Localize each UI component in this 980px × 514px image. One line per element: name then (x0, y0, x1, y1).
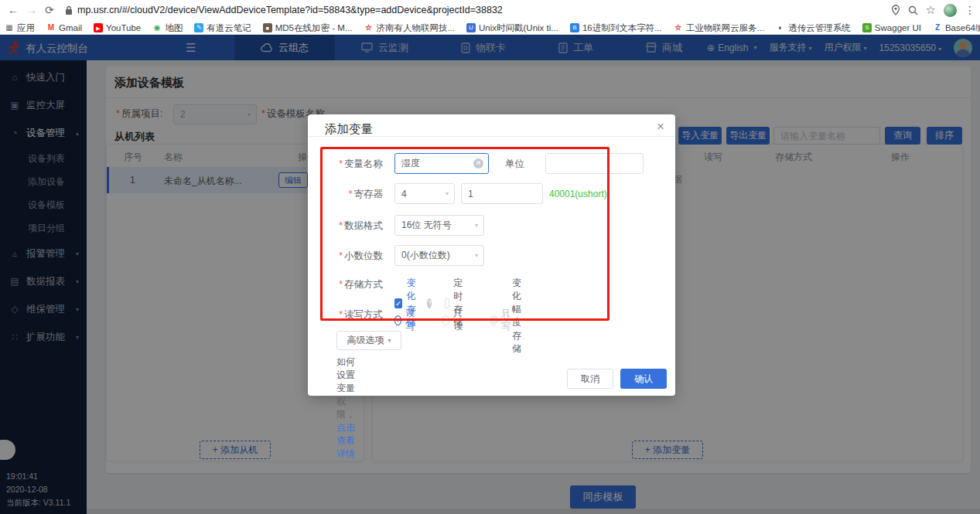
annotation-rect (320, 147, 610, 321)
back-icon[interactable]: ← (8, 4, 19, 16)
modal-title: 添加变量 (325, 121, 373, 138)
lock-icon[interactable] (65, 5, 73, 15)
bookmark-cloud-mgmt[interactable]: ◐透传云管理系统 (776, 22, 851, 34)
cancel-button[interactable]: 取消 (567, 369, 613, 389)
bookmark-iiot-cloud[interactable]: ☆工业物联网云服务... (674, 22, 765, 34)
bookmark-hex-text[interactable]: B16进制到文本字符... (570, 22, 662, 34)
hex-tool-icon: B (570, 23, 579, 32)
forward-icon[interactable]: → (26, 4, 37, 16)
bookmark-gmail[interactable]: MGmail (46, 23, 82, 32)
location-pin-icon[interactable] (891, 5, 900, 15)
youdao-note-icon: ✎ (194, 23, 203, 32)
bookmark-swagger[interactable]: SSwagger UI (862, 23, 921, 32)
youtube-icon: ▶ (94, 23, 103, 32)
advanced-options-button[interactable]: 高级选项▾ (336, 331, 401, 350)
profile-avatar[interactable] (944, 4, 957, 17)
confirm-button[interactable]: 确认 (620, 369, 667, 389)
view-details-link[interactable]: 点击查看详情 (336, 422, 355, 459)
bookmark-usr-tech[interactable]: ☆济南有人物联网技... (364, 22, 455, 34)
bookmark-unix-time[interactable]: UUnix时间戳(Unix ti... (466, 22, 558, 34)
close-icon[interactable]: × (657, 119, 664, 134)
url-text[interactable]: mp.usr.cn/#/cloudV2/device/ViewAddDevice… (77, 5, 503, 15)
md5-tool-icon: ■ (263, 23, 272, 32)
refresh-icon[interactable]: ⟳ (45, 4, 54, 16)
bookmark-apps[interactable]: ▦应用 (5, 22, 35, 34)
browser-chrome: ← → ⟳ mp.usr.cn/#/cloudV2/device/ViewAdd… (0, 0, 980, 35)
base64-tool-icon: Z (933, 23, 942, 32)
usr-person-icon: ☆ (674, 23, 683, 32)
apps-grid-icon: ▦ (5, 23, 14, 32)
bookmark-youtube[interactable]: ▶YouTube (94, 23, 141, 32)
divider (308, 136, 675, 137)
screen: ← → ⟳ mp.usr.cn/#/cloudV2/device/ViewAdd… (0, 0, 980, 514)
usr-person-icon: ☆ (364, 23, 373, 32)
unix-timestamp-icon: U (466, 23, 476, 32)
bookmarks-bar: ▦应用 MGmail ▶YouTube ◉地图 ✎有道云笔记 ■MD5在线加密 … (0, 21, 980, 35)
permission-hint: 如何设置变量权限，点击查看详情 (336, 356, 355, 461)
bookmark-star-icon[interactable]: ☆ (926, 3, 936, 17)
chevron-down-icon: ▾ (388, 337, 391, 344)
map-icon: ◉ (152, 23, 162, 32)
chrome-menu-icon[interactable]: ⋮ (965, 4, 975, 16)
bookmark-maps[interactable]: ◉地图 (152, 22, 183, 34)
search-zoom-icon[interactable] (908, 5, 918, 15)
swagger-icon: S (862, 23, 872, 32)
gmail-icon: M (46, 23, 56, 32)
address-bar: ← → ⟳ mp.usr.cn/#/cloudV2/device/ViewAdd… (0, 0, 980, 21)
bookmark-youdao[interactable]: ✎有道云笔记 (194, 22, 251, 34)
bookmark-md5[interactable]: ■MD5在线加密 - M... (263, 22, 353, 34)
bookmark-base64[interactable]: ZBase64编码转换工... (933, 22, 980, 34)
globe-icon: ◐ (776, 23, 785, 32)
